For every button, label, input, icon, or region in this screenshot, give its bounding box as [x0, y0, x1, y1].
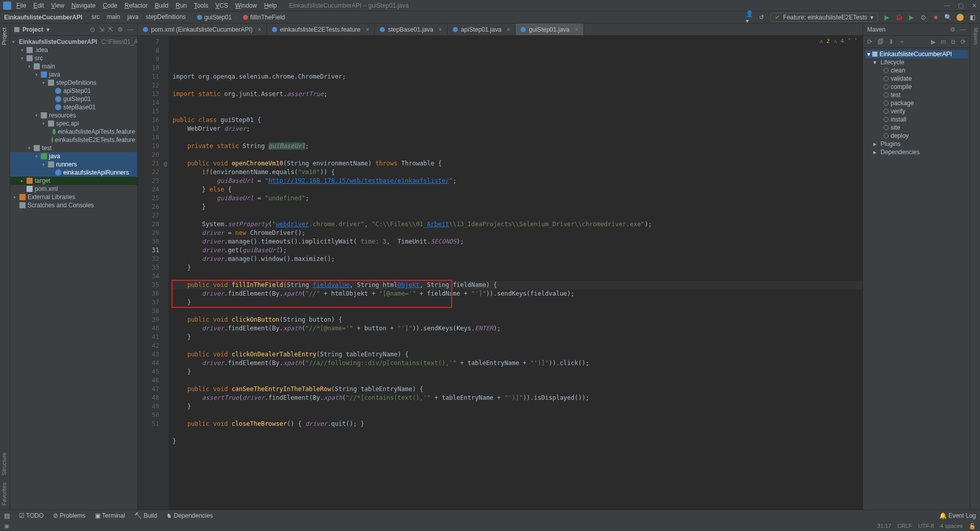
- main-menu[interactable]: FileEditViewNavigateCodeRefactorBuildRun…: [16, 2, 277, 9]
- run-icon[interactable]: ▶: [883, 14, 890, 21]
- event-log-button[interactable]: 🔔 Event Log: [939, 512, 976, 519]
- close-tab-icon[interactable]: ×: [258, 26, 261, 33]
- menu-view[interactable]: View: [51, 2, 64, 9]
- run-coverage-icon[interactable]: ▶: [908, 14, 915, 21]
- tree-node[interactable]: ▾src: [10, 54, 137, 62]
- tree-root[interactable]: ▾ EinkaufslisteCucumberAPI C:\Files\01_A…: [10, 38, 137, 46]
- select-opened-icon[interactable]: ⊙: [90, 26, 95, 33]
- close-tab-icon[interactable]: ×: [575, 26, 578, 33]
- maven-root[interactable]: ▾ EinkaufslisteCucumberAPI: [865, 50, 968, 58]
- tree-node[interactable]: einkaufslisteE2ETests.feature: [10, 136, 137, 144]
- crumb-method[interactable]: fillInTheField: [250, 14, 285, 21]
- menu-vcs[interactable]: VCS: [215, 2, 228, 9]
- maven-goal-package[interactable]: package: [865, 99, 968, 107]
- run-config-selector[interactable]: ✔ Feature: einkaufslisteE2ETests ▾: [770, 13, 878, 22]
- editor-tab[interactable]: guiStep01.java×: [516, 23, 583, 35]
- tree-node[interactable]: ▾spec.api: [10, 119, 137, 128]
- menu-build[interactable]: Build: [155, 2, 168, 9]
- tool-todo[interactable]: ☑ TODO: [19, 512, 44, 519]
- status-eol[interactable]: CRLF: [897, 523, 912, 529]
- close-tab-icon[interactable]: ×: [506, 26, 510, 33]
- tree-node[interactable]: ▾runners: [10, 160, 137, 168]
- close-tab-icon[interactable]: ×: [365, 26, 369, 33]
- menu-code[interactable]: Code: [103, 2, 117, 9]
- right-gutter-tabs[interactable]: Maven: [970, 23, 980, 510]
- maven-goal-verify[interactable]: verify: [865, 107, 968, 115]
- tree-node[interactable]: ▾stepDefinitions: [10, 79, 137, 87]
- maven-goal-validate[interactable]: validate: [865, 75, 968, 83]
- tool-build[interactable]: 🔨 Build: [134, 512, 157, 519]
- tool-terminal[interactable]: ▣ Terminal: [95, 512, 125, 519]
- bottom-tool-bar[interactable]: ▤ ☑ TODO⊘ Problems▣ Terminal🔨 Build♞ Dep…: [0, 510, 980, 521]
- editor-tab[interactable]: stepBase01.java×: [375, 23, 448, 35]
- tree-scratches[interactable]: Scratches and Consoles: [10, 201, 137, 209]
- code-editor[interactable]: ⚠ 2 ⚠ 4 ˄ ˅ import org.openqa.selenium.c…: [168, 36, 863, 510]
- editor-tab[interactable]: apiStep01.java×: [448, 23, 516, 35]
- tree-node[interactable]: ▾main: [10, 62, 137, 70]
- side-tab-maven[interactable]: Maven: [971, 28, 979, 44]
- crumb-class[interactable]: guiStep01: [204, 14, 232, 21]
- menu-refactor[interactable]: Refactor: [125, 2, 148, 9]
- gutter[interactable]: 7891011121314151617181920212223242526272…: [138, 36, 168, 510]
- maximize-icon[interactable]: ▢: [958, 2, 964, 9]
- tool-windows-icon[interactable]: ▣: [4, 523, 9, 529]
- editor-tab[interactable]: einkaufslisteE2ETests.feature×: [267, 23, 375, 35]
- tree-node[interactable]: ▸target: [10, 177, 137, 185]
- generate-icon[interactable]: 🗐: [877, 38, 884, 45]
- tool-dependencies[interactable]: ♞ Dependencies: [166, 512, 213, 519]
- maven-goal-clean[interactable]: clean: [865, 66, 968, 75]
- tool-problems[interactable]: ⊘ Problems: [53, 512, 86, 519]
- menu-window[interactable]: Window: [235, 2, 257, 9]
- left-gutter-tabs[interactable]: Project Structure Favorites: [0, 23, 10, 510]
- maven-goal-install[interactable]: install: [865, 115, 968, 124]
- menu-edit[interactable]: Edit: [33, 2, 44, 9]
- close-tab-icon[interactable]: ×: [438, 26, 442, 33]
- menu-file[interactable]: File: [16, 2, 26, 9]
- tree-node[interactable]: guiStep01: [10, 95, 137, 103]
- crumb-java[interactable]: java: [127, 13, 138, 20]
- maven-plugins[interactable]: ▸ Plugins: [865, 140, 968, 148]
- maven-goal-compile[interactable]: compile: [865, 83, 968, 91]
- tree-node[interactable]: ▾java: [10, 70, 137, 79]
- editor-tab[interactable]: pom.xml (EinkaufslisteCucumberAPI)×: [138, 23, 267, 35]
- status-indent[interactable]: 4 spaces: [940, 523, 963, 529]
- tree-node[interactable]: ▾test: [10, 144, 137, 152]
- gear-icon[interactable]: ⚙: [117, 26, 123, 33]
- status-caret[interactable]: 31:17: [877, 523, 892, 529]
- menu-run[interactable]: Run: [176, 2, 187, 9]
- menu-navigate[interactable]: Navigate: [71, 2, 95, 9]
- sync-icon[interactable]: ↺: [758, 14, 765, 21]
- maven-lifecycle[interactable]: ▾ Lifecycle: [865, 58, 968, 66]
- user-icon[interactable]: 👤▾: [746, 14, 753, 21]
- close-icon[interactable]: ✕: [972, 2, 977, 9]
- tree-node[interactable]: ▾.idea: [10, 46, 137, 54]
- crumb-src[interactable]: src: [91, 13, 100, 20]
- side-tab-structure[interactable]: Structure: [1, 452, 9, 475]
- tree-node[interactable]: stepBase01: [10, 103, 137, 111]
- collapse-all-icon[interactable]: ⇱: [108, 26, 113, 33]
- tree-external-libs[interactable]: ▸ External Libraries: [10, 193, 137, 201]
- tree-node[interactable]: einkaufslisteApiRunners: [10, 168, 137, 177]
- reload-icon[interactable]: ⟳: [867, 38, 872, 45]
- maven-goal-site[interactable]: site: [865, 124, 968, 132]
- download-icon[interactable]: ⬇: [889, 38, 894, 45]
- window-controls[interactable]: — ▢ ✕: [944, 2, 977, 9]
- profile-icon[interactable]: ⊙: [920, 14, 927, 21]
- hide-panel-icon[interactable]: —: [127, 26, 133, 33]
- stop-icon[interactable]: ■: [932, 14, 939, 21]
- maven-tree[interactable]: ▾ EinkaufslisteCucumberAPI ▾ Lifecycle c…: [863, 48, 970, 158]
- maven-toolbar[interactable]: ⟳ 🗐 ⬇ ＋ ▶ m ⧉ ⟳: [863, 36, 970, 48]
- tree-node[interactable]: ▾resources: [10, 111, 137, 119]
- crumb-main[interactable]: main: [107, 13, 120, 20]
- tree-node[interactable]: apiStep01: [10, 87, 137, 95]
- editor-tabs[interactable]: pom.xml (EinkaufslisteCucumberAPI)×einka…: [138, 23, 863, 36]
- menu-help[interactable]: Help: [264, 2, 277, 9]
- gear-icon[interactable]: ⚙: [950, 26, 955, 33]
- tool-window-quick-icon[interactable]: ▤: [4, 512, 10, 519]
- menu-tools[interactable]: Tools: [194, 2, 208, 9]
- debug-icon[interactable]: 🐞: [895, 14, 902, 21]
- add-icon[interactable]: ＋: [899, 37, 905, 46]
- inspection-widget[interactable]: ⚠ 2 ⚠ 4 ˄ ˅: [820, 37, 857, 45]
- avatar-icon[interactable]: [957, 14, 964, 21]
- side-tab-favorites[interactable]: Favorites: [1, 482, 9, 505]
